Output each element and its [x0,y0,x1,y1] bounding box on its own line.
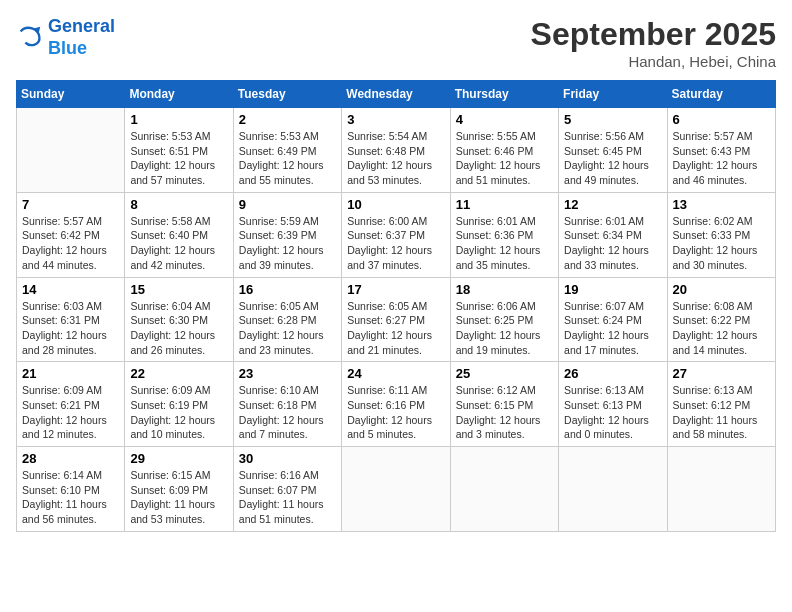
day-info: Sunrise: 6:05 AM Sunset: 6:28 PM Dayligh… [239,299,336,358]
day-info: Sunrise: 5:58 AM Sunset: 6:40 PM Dayligh… [130,214,227,273]
day-info: Sunrise: 6:06 AM Sunset: 6:25 PM Dayligh… [456,299,553,358]
calendar-cell: 18Sunrise: 6:06 AM Sunset: 6:25 PM Dayli… [450,277,558,362]
day-info: Sunrise: 5:57 AM Sunset: 6:43 PM Dayligh… [673,129,770,188]
calendar-cell: 8Sunrise: 5:58 AM Sunset: 6:40 PM Daylig… [125,192,233,277]
day-number: 10 [347,197,444,212]
day-info: Sunrise: 6:16 AM Sunset: 6:07 PM Dayligh… [239,468,336,527]
day-number: 4 [456,112,553,127]
day-number: 28 [22,451,119,466]
day-number: 2 [239,112,336,127]
calendar-cell [450,447,558,532]
calendar-cell: 28Sunrise: 6:14 AM Sunset: 6:10 PM Dayli… [17,447,125,532]
day-number: 30 [239,451,336,466]
day-info: Sunrise: 6:12 AM Sunset: 6:15 PM Dayligh… [456,383,553,442]
logo: General Blue [16,16,115,59]
calendar-cell: 9Sunrise: 5:59 AM Sunset: 6:39 PM Daylig… [233,192,341,277]
day-number: 1 [130,112,227,127]
calendar-week-row: 7Sunrise: 5:57 AM Sunset: 6:42 PM Daylig… [17,192,776,277]
day-info: Sunrise: 6:13 AM Sunset: 6:13 PM Dayligh… [564,383,661,442]
weekday-header: Monday [125,81,233,108]
day-number: 5 [564,112,661,127]
calendar-cell: 15Sunrise: 6:04 AM Sunset: 6:30 PM Dayli… [125,277,233,362]
calendar-cell: 6Sunrise: 5:57 AM Sunset: 6:43 PM Daylig… [667,108,775,193]
day-info: Sunrise: 5:57 AM Sunset: 6:42 PM Dayligh… [22,214,119,273]
day-info: Sunrise: 5:53 AM Sunset: 6:51 PM Dayligh… [130,129,227,188]
calendar-week-row: 21Sunrise: 6:09 AM Sunset: 6:21 PM Dayli… [17,362,776,447]
day-info: Sunrise: 6:03 AM Sunset: 6:31 PM Dayligh… [22,299,119,358]
calendar-cell: 22Sunrise: 6:09 AM Sunset: 6:19 PM Dayli… [125,362,233,447]
calendar-cell: 23Sunrise: 6:10 AM Sunset: 6:18 PM Dayli… [233,362,341,447]
calendar-cell: 21Sunrise: 6:09 AM Sunset: 6:21 PM Dayli… [17,362,125,447]
calendar-cell: 16Sunrise: 6:05 AM Sunset: 6:28 PM Dayli… [233,277,341,362]
day-info: Sunrise: 6:11 AM Sunset: 6:16 PM Dayligh… [347,383,444,442]
day-info: Sunrise: 5:54 AM Sunset: 6:48 PM Dayligh… [347,129,444,188]
calendar-week-row: 1Sunrise: 5:53 AM Sunset: 6:51 PM Daylig… [17,108,776,193]
day-number: 23 [239,366,336,381]
calendar-cell: 10Sunrise: 6:00 AM Sunset: 6:37 PM Dayli… [342,192,450,277]
weekday-header: Wednesday [342,81,450,108]
calendar-cell: 25Sunrise: 6:12 AM Sunset: 6:15 PM Dayli… [450,362,558,447]
calendar-cell: 30Sunrise: 6:16 AM Sunset: 6:07 PM Dayli… [233,447,341,532]
calendar-cell: 1Sunrise: 5:53 AM Sunset: 6:51 PM Daylig… [125,108,233,193]
day-number: 8 [130,197,227,212]
location: Handan, Hebei, China [531,53,776,70]
month-title: September 2025 [531,16,776,53]
weekday-header-row: SundayMondayTuesdayWednesdayThursdayFrid… [17,81,776,108]
calendar-cell [559,447,667,532]
day-number: 27 [673,366,770,381]
day-number: 6 [673,112,770,127]
calendar-cell: 14Sunrise: 6:03 AM Sunset: 6:31 PM Dayli… [17,277,125,362]
calendar-cell [17,108,125,193]
calendar-cell: 7Sunrise: 5:57 AM Sunset: 6:42 PM Daylig… [17,192,125,277]
day-info: Sunrise: 6:01 AM Sunset: 6:36 PM Dayligh… [456,214,553,273]
logo-text: General Blue [48,16,115,59]
day-number: 26 [564,366,661,381]
day-info: Sunrise: 6:13 AM Sunset: 6:12 PM Dayligh… [673,383,770,442]
day-number: 25 [456,366,553,381]
calendar-cell: 24Sunrise: 6:11 AM Sunset: 6:16 PM Dayli… [342,362,450,447]
calendar-cell: 26Sunrise: 6:13 AM Sunset: 6:13 PM Dayli… [559,362,667,447]
weekday-header: Saturday [667,81,775,108]
day-number: 14 [22,282,119,297]
title-block: September 2025 Handan, Hebei, China [531,16,776,70]
day-number: 18 [456,282,553,297]
day-number: 3 [347,112,444,127]
calendar-week-row: 28Sunrise: 6:14 AM Sunset: 6:10 PM Dayli… [17,447,776,532]
calendar-table: SundayMondayTuesdayWednesdayThursdayFrid… [16,80,776,532]
day-info: Sunrise: 6:04 AM Sunset: 6:30 PM Dayligh… [130,299,227,358]
day-info: Sunrise: 6:15 AM Sunset: 6:09 PM Dayligh… [130,468,227,527]
day-number: 12 [564,197,661,212]
day-number: 11 [456,197,553,212]
day-info: Sunrise: 6:09 AM Sunset: 6:19 PM Dayligh… [130,383,227,442]
calendar-cell: 19Sunrise: 6:07 AM Sunset: 6:24 PM Dayli… [559,277,667,362]
calendar-cell: 5Sunrise: 5:56 AM Sunset: 6:45 PM Daylig… [559,108,667,193]
page-header: General Blue September 2025 Handan, Hebe… [16,16,776,70]
calendar-cell: 4Sunrise: 5:55 AM Sunset: 6:46 PM Daylig… [450,108,558,193]
day-info: Sunrise: 5:55 AM Sunset: 6:46 PM Dayligh… [456,129,553,188]
day-info: Sunrise: 6:10 AM Sunset: 6:18 PM Dayligh… [239,383,336,442]
day-info: Sunrise: 6:05 AM Sunset: 6:27 PM Dayligh… [347,299,444,358]
calendar-cell: 2Sunrise: 5:53 AM Sunset: 6:49 PM Daylig… [233,108,341,193]
calendar-cell: 12Sunrise: 6:01 AM Sunset: 6:34 PM Dayli… [559,192,667,277]
calendar-week-row: 14Sunrise: 6:03 AM Sunset: 6:31 PM Dayli… [17,277,776,362]
calendar-cell: 27Sunrise: 6:13 AM Sunset: 6:12 PM Dayli… [667,362,775,447]
day-number: 20 [673,282,770,297]
day-number: 22 [130,366,227,381]
day-info: Sunrise: 5:59 AM Sunset: 6:39 PM Dayligh… [239,214,336,273]
calendar-cell: 29Sunrise: 6:15 AM Sunset: 6:09 PM Dayli… [125,447,233,532]
day-number: 7 [22,197,119,212]
day-info: Sunrise: 6:02 AM Sunset: 6:33 PM Dayligh… [673,214,770,273]
weekday-header: Friday [559,81,667,108]
day-number: 19 [564,282,661,297]
day-number: 16 [239,282,336,297]
day-number: 24 [347,366,444,381]
calendar-cell [342,447,450,532]
weekday-header: Thursday [450,81,558,108]
day-info: Sunrise: 6:08 AM Sunset: 6:22 PM Dayligh… [673,299,770,358]
day-number: 21 [22,366,119,381]
weekday-header: Sunday [17,81,125,108]
calendar-cell [667,447,775,532]
day-info: Sunrise: 6:00 AM Sunset: 6:37 PM Dayligh… [347,214,444,273]
day-number: 15 [130,282,227,297]
logo-icon [16,24,44,52]
